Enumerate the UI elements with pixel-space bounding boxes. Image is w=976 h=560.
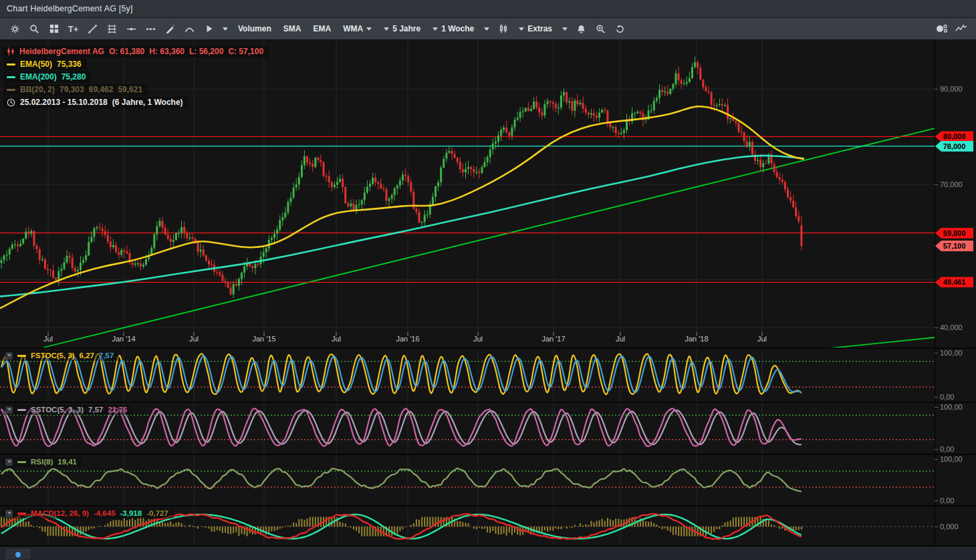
wma-button[interactable]: WMA [337, 20, 378, 37]
x-axis-label: Jan '18 [685, 335, 708, 343]
main-legend: HeidelbergCement AG O: 61,380 H: 63,360 … [3, 46, 269, 108]
candle-style-icon[interactable] [493, 20, 513, 37]
ohlc-close: C: 57,100 [228, 47, 263, 56]
period-label: 5 Jahre [392, 24, 420, 33]
x-axis-label: Jul [332, 335, 341, 343]
gear-icon[interactable] [5, 20, 25, 37]
interval-label: 1 Woche [441, 24, 474, 33]
interval-dropdown[interactable]: 1 Woche [426, 20, 480, 37]
fstoc-panel[interactable] [0, 349, 935, 402]
panel-menu-icon[interactable] [5, 510, 13, 517]
ema-button[interactable]: EMA [307, 20, 337, 37]
indicator-legend-fstoc[interactable]: FSTOC(5, 3)6,277,57 [3, 351, 119, 361]
date-range-row: 25.02.2013 - 15.10.2018 (6 Jahre, 1 Woch… [3, 97, 189, 108]
layout-grid-icon[interactable] [44, 20, 64, 37]
x-axis-label: Jan '17 [541, 335, 565, 343]
indicator-legend-rsi[interactable]: RSI(8)19,41 [3, 457, 82, 467]
price-tag-57100[interactable]: 57,100 [935, 241, 973, 251]
fstoc-value-2: 7,57 [99, 352, 114, 360]
arc-icon[interactable] [180, 20, 199, 37]
sstoc-label: SSTOC(5, 3, 3) [31, 406, 84, 414]
text-plus-icon[interactable]: T+ [64, 20, 83, 37]
y-axis-tick [935, 89, 938, 90]
line-chart-icon[interactable] [951, 20, 971, 37]
macd-value-2: -3,918 [120, 509, 142, 517]
indicator-legend-macd[interactable]: MACD(12, 26, 9)-4,645-3,918-0,727 [3, 509, 174, 519]
rsi-label: RSI(8) [31, 458, 53, 466]
symbol-legend-row[interactable]: HeidelbergCement AG O: 61,380 H: 63,360 … [3, 46, 269, 57]
chart-area[interactable]: HeidelbergCement AG O: 61,380 H: 63,360 … [0, 40, 976, 560]
rsi-value-1: 19,41 [57, 458, 77, 466]
dotted-line-icon[interactable] [141, 20, 160, 37]
chevron-down-icon[interactable] [219, 20, 232, 37]
period-dropdown[interactable]: 5 Jahre [378, 20, 426, 37]
chevron-down-icon [519, 27, 524, 31]
bollinger-legend-row[interactable]: BB(20, 2) 79,303 69,462 59,621 [3, 84, 148, 96]
sstoc-swatch [17, 409, 26, 411]
toolbar: T+ Volumen SMA EMA WMA 5 Jahre 1 Woche E… [0, 18, 976, 40]
price-tag-78000[interactable]: 78,000 [935, 141, 973, 152]
ohlc-low: L: 56,200 [189, 47, 223, 56]
text-plus-glyph: T+ [68, 24, 79, 34]
panel-menu-icon[interactable] [5, 352, 13, 360]
axis-divider [935, 40, 935, 545]
ema200-label: EMA(200) [20, 72, 57, 82]
search-icon[interactable] [25, 20, 44, 37]
status-dot-button[interactable] [5, 549, 31, 559]
chevron-down-icon[interactable] [480, 20, 493, 37]
price-tag-80000[interactable]: 80,000 [935, 131, 973, 142]
pencil-icon[interactable] [160, 20, 180, 37]
wma-label: WMA [343, 24, 363, 33]
zoom-in-icon[interactable] [591, 20, 610, 37]
bubbles-icon[interactable] [932, 20, 951, 37]
panel-separator [0, 505, 976, 507]
bollinger-lower: 59,621 [118, 85, 142, 94]
play-marker-icon[interactable] [199, 20, 219, 37]
x-axis-label: Jan '14 [112, 335, 135, 343]
window-title: Chart HeidelbergCement AG [5y] [7, 4, 133, 13]
ema50-legend-row[interactable]: EMA(50) 75,336 [3, 59, 87, 70]
x-axis-label: Jul [43, 335, 53, 343]
bollinger-middle: 69,462 [89, 85, 114, 94]
panel-menu-icon[interactable] [5, 458, 13, 466]
sstoc-value-2: 21,76 [108, 406, 127, 414]
panel-menu-icon[interactable] [5, 406, 13, 414]
volumen-button[interactable]: Volumen [232, 20, 277, 37]
ema200-legend-row[interactable]: EMA(200) 75,280 [3, 72, 91, 83]
indicator-legend-sstoc[interactable]: SSTOC(5, 3, 3)7,5721,76 [3, 405, 132, 415]
hline-marker-icon[interactable] [122, 20, 141, 37]
ema50-value: 75,336 [57, 59, 82, 69]
y-axis-label: 90,000 [940, 85, 963, 93]
title-bar: Chart HeidelbergCement AG [5y] [0, 0, 976, 18]
macd-axis-label: 0,000 [940, 523, 959, 531]
price-tag-59800[interactable]: 59,800 [935, 228, 973, 239]
x-axis-label: Jan '15 [252, 335, 275, 343]
chevron-down-icon[interactable] [558, 20, 572, 37]
chevron-down-icon [366, 27, 372, 31]
macd-value-3: -0,727 [146, 509, 168, 517]
chevron-down-icon [384, 27, 389, 31]
bollinger-upper: 79,303 [59, 85, 84, 94]
price-tag-49461[interactable]: 49,461 [935, 277, 973, 287]
y-axis-tick [935, 184, 938, 185]
ema50-swatch [7, 63, 15, 65]
sma-button[interactable]: SMA [277, 20, 308, 37]
bell-icon[interactable] [572, 20, 591, 37]
sstoc-value-1: 7,57 [88, 406, 103, 414]
y-axis-label: 40,000 [940, 323, 963, 331]
rsi-panel[interactable] [0, 455, 935, 506]
extras-dropdown[interactable]: Extras [513, 20, 558, 37]
sstoc-panel[interactable] [0, 403, 935, 454]
fibonacci-icon[interactable] [102, 20, 122, 37]
ema50-label: EMA(50) [20, 59, 52, 69]
fstoc-label: FSTOC(5, 3) [31, 352, 75, 360]
panel-separator [0, 347, 976, 349]
sstoc-axis-label: 0,00 [940, 445, 954, 453]
trendline-icon[interactable] [83, 20, 102, 37]
ema200-swatch [7, 76, 15, 78]
undo-icon[interactable] [610, 20, 630, 37]
ema-label: EMA [313, 24, 331, 33]
symbol-name: HeidelbergCement AG [19, 47, 104, 56]
ohlc-high: H: 63,360 [149, 47, 185, 56]
macd-label: MACD(12, 26, 9) [31, 509, 89, 517]
